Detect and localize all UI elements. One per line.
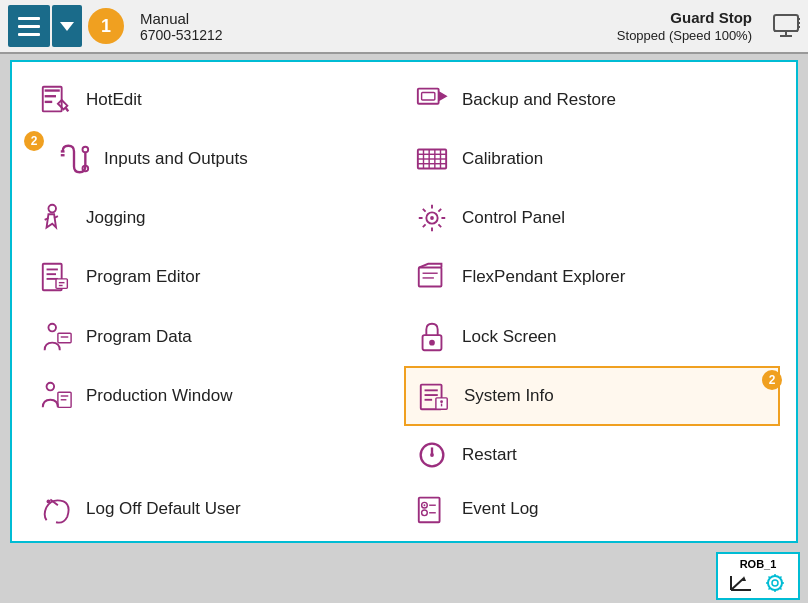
- svg-point-43: [429, 340, 435, 346]
- header: 1 Manual 6700-531212 Guard Stop Stopped …: [0, 0, 808, 54]
- menu-item-backup[interactable]: Backup and Restore: [404, 70, 780, 129]
- main-menu: HotEdit Backup and Restore 2 Inputs and …: [10, 60, 798, 543]
- flexpendant-icon: [414, 259, 450, 295]
- svg-line-10: [65, 107, 68, 111]
- hamburger-icon: [18, 17, 40, 36]
- svg-point-44: [47, 383, 55, 391]
- logoff-icon: [38, 491, 74, 527]
- header-center: Manual 6700-531212: [140, 10, 223, 43]
- program-editor-label: Program Editor: [86, 267, 200, 287]
- menu-item-production-window[interactable]: Production Window: [28, 366, 404, 425]
- hotedit-label: HotEdit: [86, 90, 142, 110]
- menu-item-event-log[interactable]: Event Log: [404, 485, 780, 533]
- menu-item-control-panel[interactable]: Control Panel: [404, 189, 780, 248]
- svg-point-24: [48, 205, 56, 213]
- backup-icon: [414, 82, 450, 118]
- menu-item-lock-screen[interactable]: Lock Screen: [404, 307, 780, 366]
- program-data-icon: [38, 319, 74, 355]
- program-data-label: Program Data: [86, 327, 192, 347]
- status-sub: Stopped (Speed 100%): [617, 28, 752, 43]
- user-badge[interactable]: 1: [88, 8, 124, 44]
- event-log-label: Event Log: [462, 499, 539, 519]
- svg-point-39: [48, 324, 56, 332]
- io-label: Inputs and Outputs: [104, 149, 248, 169]
- svg-point-58: [424, 504, 426, 506]
- header-right: Guard Stop Stopped (Speed 100%): [617, 9, 752, 43]
- calibration-icon: [414, 141, 450, 177]
- calibration-label: Calibration: [462, 149, 543, 169]
- rob-badge: ROB_1: [716, 552, 800, 600]
- header-left: 1: [8, 5, 124, 47]
- rob-label: ROB_1: [740, 558, 777, 570]
- program-editor-icon: [38, 259, 74, 295]
- event-log-icon: [414, 491, 450, 527]
- io-badge: 2: [24, 131, 44, 151]
- svg-rect-40: [58, 333, 71, 342]
- svg-rect-36: [419, 268, 442, 287]
- svg-rect-0: [774, 15, 798, 31]
- backup-label: Backup and Restore: [462, 90, 616, 110]
- svg-point-14: [83, 147, 89, 153]
- status-title: Guard Stop: [670, 9, 752, 26]
- svg-rect-13: [422, 92, 435, 100]
- control-panel-label: Control Panel: [462, 208, 565, 228]
- restart-label: Restart: [462, 445, 517, 465]
- svg-line-65: [731, 578, 744, 590]
- hamburger-button[interactable]: [8, 5, 50, 47]
- lock-screen-label: Lock Screen: [462, 327, 557, 347]
- production-window-icon: [38, 378, 74, 414]
- svg-rect-33: [56, 279, 67, 288]
- hotedit-icon: [38, 82, 74, 118]
- svg-point-28: [430, 216, 434, 220]
- restart-icon: [414, 437, 450, 473]
- svg-point-53: [440, 400, 443, 403]
- mode-label: Manual: [140, 10, 223, 27]
- svg-rect-56: [419, 498, 440, 523]
- svg-point-64: [430, 453, 434, 457]
- bottom-bar: ROB_1: [0, 548, 808, 603]
- lock-screen-icon: [414, 319, 450, 355]
- control-panel-icon: [414, 200, 450, 236]
- menu-item-hotedit[interactable]: HotEdit: [28, 70, 404, 129]
- rob-icons: [726, 572, 790, 594]
- svg-point-69: [768, 576, 782, 590]
- jogging-icon: [38, 200, 74, 236]
- menu-item-system-info[interactable]: System Info 2: [404, 366, 780, 425]
- menu-item-flexpendant[interactable]: FlexPendant Explorer: [404, 248, 780, 307]
- menu-item-logoff[interactable]: Log Off Default User: [28, 485, 404, 533]
- network-icon: [772, 9, 800, 43]
- svg-point-70: [772, 580, 778, 586]
- jogging-label: Jogging: [86, 208, 146, 228]
- menu-item-jogging[interactable]: Jogging: [28, 189, 404, 248]
- production-window-label: Production Window: [86, 386, 232, 406]
- menu-item-program-editor[interactable]: Program Editor: [28, 248, 404, 307]
- svg-rect-52: [436, 398, 447, 409]
- logoff-label: Log Off Default User: [86, 499, 241, 519]
- menu-item-io[interactable]: 2 Inputs and Outputs: [28, 129, 404, 188]
- robot-code: 6700-531212: [140, 27, 223, 43]
- system-info-icon: [416, 378, 452, 414]
- empty-left-bottom: [28, 426, 404, 485]
- svg-point-60: [422, 510, 428, 516]
- chevron-down-button[interactable]: [52, 5, 82, 47]
- io-icon: [56, 141, 92, 177]
- system-info-label: System Info: [464, 386, 554, 406]
- svg-rect-6: [780, 35, 792, 37]
- menu-item-calibration[interactable]: Calibration: [404, 129, 780, 188]
- menu-item-restart[interactable]: Restart: [404, 431, 780, 479]
- chevron-down-icon: [60, 22, 74, 31]
- system-info-badge: 2: [762, 370, 782, 390]
- menu-item-program-data[interactable]: Program Data: [28, 307, 404, 366]
- svg-point-55: [47, 500, 51, 504]
- flexpendant-label: FlexPendant Explorer: [462, 267, 625, 287]
